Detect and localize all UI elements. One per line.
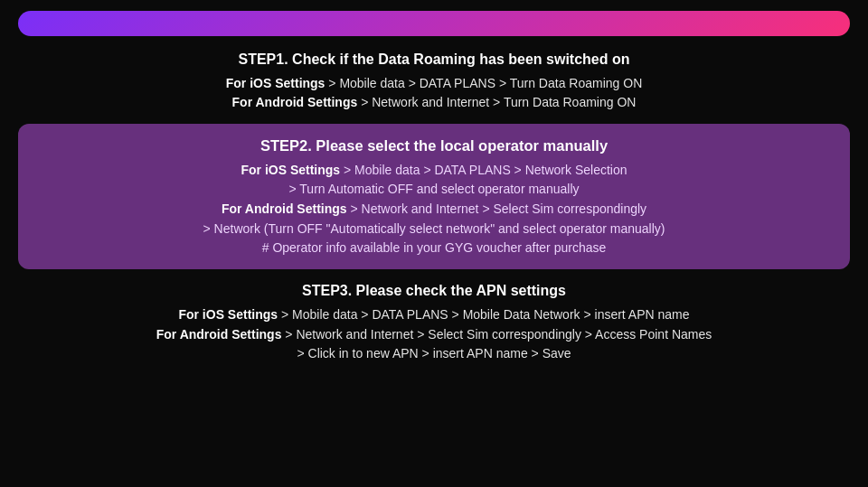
step2-line-4: # Operator info available in your GYG vo… <box>36 239 832 258</box>
step1-bold-1: For Android Settings <box>232 95 358 109</box>
step2-block: STEP2. Please select the local operator … <box>18 124 850 269</box>
step2-line-2: For Android Settings > Network and Inter… <box>36 200 832 220</box>
step2-line-0: For iOS Settings > Mobile data > DATA PL… <box>36 161 832 181</box>
step2-line-1: > Turn Automatic OFF and select operator… <box>36 180 832 200</box>
step2-bold-2: For Android Settings <box>222 201 347 216</box>
step2-bold-0: For iOS Settings <box>241 163 340 177</box>
content-area: STEP1. Check if the Data Roaming has bee… <box>18 49 850 364</box>
step3-line-2: > Click in to new APN > insert APN name … <box>18 344 850 364</box>
step3-block: STEP3. Please check the APN settingsFor … <box>18 280 850 364</box>
step3-bold-1: For Android Settings <box>156 327 282 342</box>
step1-line-1: For Android Settings > Network and Inter… <box>18 93 850 113</box>
step1-block: STEP1. Check if the Data Roaming has bee… <box>18 49 850 113</box>
title-banner <box>18 11 850 36</box>
step3-line-0: For iOS Settings > Mobile data > DATA PL… <box>18 305 850 325</box>
step1-bold-0: For iOS Settings <box>226 76 326 90</box>
step2-line-3: > Network (Turn OFF "Automatically selec… <box>36 220 832 239</box>
step1-title: STEP1. Check if the Data Roaming has bee… <box>18 49 850 71</box>
step3-title: STEP3. Please check the APN settings <box>18 280 850 303</box>
step3-line-1: For Android Settings > Network and Inter… <box>18 325 850 345</box>
step3-bold-0: For iOS Settings <box>178 307 278 322</box>
step1-line-0: For iOS Settings > Mobile data > DATA PL… <box>18 74 850 94</box>
step2-title: STEP2. Please select the local operator … <box>36 135 832 158</box>
